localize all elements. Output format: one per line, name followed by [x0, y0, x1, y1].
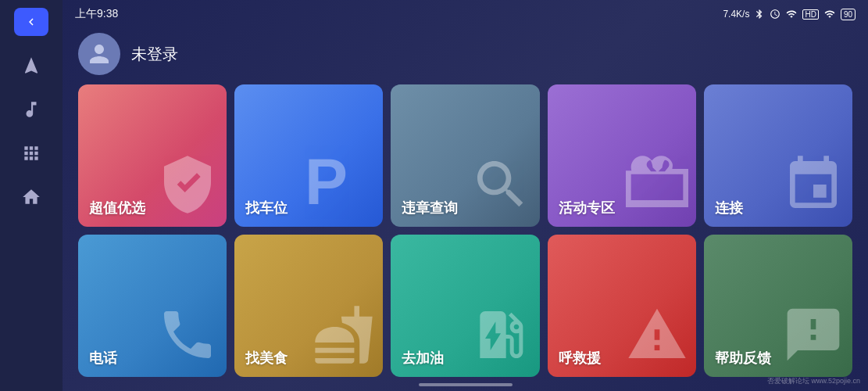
grid-label-chaozhi: 超值优选: [89, 199, 145, 217]
main-content: 上午9:38 7.4K/s HD 90 未登录: [63, 0, 868, 391]
grid-item-bangzhu[interactable]: 帮助反馈: [704, 235, 852, 377]
dianhua-bg-icon: [156, 303, 219, 369]
status-bar: 上午9:38 7.4K/s HD 90: [63, 0, 868, 28]
grid-label-lianjie: 连接: [715, 199, 743, 217]
grid-item-chaozhi[interactable]: 超值优选: [78, 84, 227, 227]
hujiu-bg-icon: [626, 303, 688, 369]
grid-label-meishi: 找美食: [245, 349, 288, 368]
grid-label-jiayou: 去加油: [402, 349, 444, 368]
battery-indicator: 90: [841, 9, 855, 20]
network-speed: 7.4K/s: [723, 9, 749, 20]
sidebar: [0, 0, 63, 391]
zhaoche-bg-icon: P: [305, 145, 375, 219]
grid-label-hujiu: 呼救援: [559, 349, 601, 368]
chaozhi-bg-icon: [156, 153, 219, 219]
grid-label-zhaoche: 找车位: [245, 199, 288, 217]
app-grid: 超值优选 找车位 P 违章查询 活动专区 连接: [63, 84, 868, 377]
sidebar-apps-icon[interactable]: [17, 139, 45, 167]
grid-item-meishi[interactable]: 找美食: [234, 235, 383, 377]
sidebar-home-icon[interactable]: [17, 183, 45, 211]
grid-item-zhaoche[interactable]: 找车位 P: [234, 84, 383, 227]
meishi-bg-icon: [313, 303, 375, 369]
sidebar-music-icon[interactable]: [17, 95, 45, 124]
status-time: 上午9:38: [75, 7, 118, 21]
grid-item-hujiu[interactable]: 呼救援: [548, 235, 696, 377]
grid-label-dianhua: 电话: [89, 349, 117, 368]
grid-item-huodong[interactable]: 活动专区: [548, 84, 696, 227]
scroll-indicator: [419, 383, 513, 386]
watermark: 否爱破解论坛 www.52pojie.cn: [767, 376, 860, 386]
grid-label-huodong: 活动专区: [559, 199, 615, 217]
lianjie-bg-icon: [782, 153, 845, 219]
clock-icon: [770, 9, 780, 20]
grid-item-weizhan[interactable]: 违章查询: [391, 84, 539, 227]
jiayou-bg-icon: [470, 303, 532, 369]
grid-label-bangzhu: 帮助反馈: [715, 349, 771, 368]
bangzhu-bg-icon: [782, 303, 845, 369]
sidebar-navigate-icon[interactable]: [17, 52, 45, 80]
hd-badge: HD: [802, 9, 818, 20]
user-name: 未登录: [131, 44, 178, 65]
grid-item-dianhua[interactable]: 电话: [78, 235, 227, 377]
status-right: 7.4K/s HD 90: [723, 9, 855, 20]
grid-item-jiayou[interactable]: 去加油: [391, 235, 539, 377]
battery-level: 90: [844, 10, 852, 19]
svg-text:P: P: [305, 145, 348, 216]
grid-label-weizhan: 违章查询: [402, 199, 458, 217]
avatar[interactable]: [78, 33, 120, 75]
sidebar-collapse-button[interactable]: [14, 8, 48, 36]
signal-icon: [785, 9, 798, 20]
bluetooth-icon: [754, 9, 765, 20]
huodong-bg-icon: [626, 153, 688, 219]
grid-item-lianjie[interactable]: 连接: [704, 84, 852, 227]
wifi-icon: [823, 9, 836, 20]
weizhan-bg-icon: [470, 153, 532, 219]
user-section[interactable]: 未登录: [63, 28, 868, 84]
